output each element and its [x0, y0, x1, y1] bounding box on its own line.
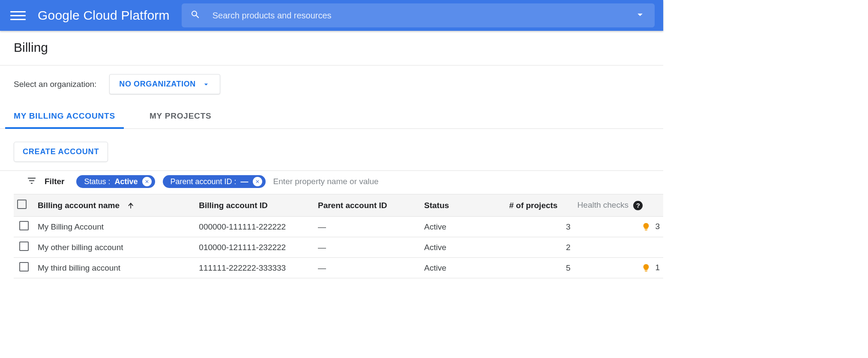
cell-name[interactable]: My other billing account — [34, 237, 195, 258]
chip-key: Status : — [84, 177, 110, 186]
org-label: Select an organization: — [14, 80, 96, 89]
org-selector[interactable]: NO ORGANIZATION — [109, 74, 220, 94]
lightbulb-icon — [641, 263, 651, 273]
org-selected-value: NO ORGANIZATION — [119, 80, 196, 89]
col-status[interactable]: Status — [421, 194, 506, 217]
cell-status: Active — [421, 237, 506, 258]
cell-name[interactable]: My Billing Account — [34, 217, 195, 237]
search-input[interactable] — [213, 11, 622, 21]
chip-remove-icon[interactable] — [253, 177, 262, 186]
filter-input[interactable] — [273, 177, 650, 186]
filter-label: Filter — [45, 177, 64, 186]
lightbulb-icon — [641, 222, 651, 232]
row-checkbox[interactable] — [19, 221, 29, 230]
filter-icon[interactable] — [27, 176, 37, 188]
cell-id: 010000-121111-232222 — [195, 237, 314, 258]
dropdown-icon — [202, 80, 210, 89]
menu-icon[interactable] — [10, 8, 26, 23]
org-row: Select an organization: NO ORGANIZATION — [0, 66, 663, 105]
cell-id: 111111-222222-333333 — [195, 258, 314, 278]
help-icon[interactable]: ? — [633, 201, 643, 210]
col-name[interactable]: Billing account name — [34, 194, 195, 217]
row-checkbox[interactable] — [19, 242, 29, 251]
product-name: Google Cloud Platform — [38, 8, 170, 23]
page-title: Billing — [0, 31, 663, 65]
chip-key: Parent account ID : — [171, 177, 236, 186]
table-row: My third billing account111111-222222-33… — [14, 258, 663, 278]
cell-health: 1 — [574, 258, 663, 278]
table-row: My other billing account010000-121111-23… — [14, 237, 663, 258]
chip-remove-icon[interactable] — [142, 177, 152, 186]
search-icon — [190, 9, 201, 22]
create-account-button[interactable]: CREATE ACCOUNT — [14, 142, 108, 162]
cell-projects: 3 — [506, 217, 574, 237]
cell-status: Active — [421, 217, 506, 237]
chip-value: Active — [114, 177, 138, 186]
cell-health: 3 — [574, 217, 663, 237]
tab-billing-accounts[interactable]: MY BILLING ACCOUNTS — [5, 105, 124, 128]
col-id[interactable]: Billing account ID — [195, 194, 314, 217]
select-all-checkbox[interactable] — [17, 200, 27, 209]
cell-name[interactable]: My third billing account — [34, 258, 195, 278]
cell-parent: — — [314, 258, 421, 278]
billing-accounts-table: Billing account name Billing account ID … — [14, 194, 663, 278]
cell-health — [574, 237, 663, 258]
chevron-down-icon[interactable] — [634, 9, 646, 23]
col-projects[interactable]: # of projects — [506, 194, 574, 217]
row-checkbox[interactable] — [19, 262, 29, 271]
col-parent[interactable]: Parent account ID — [314, 194, 421, 217]
cell-parent: — — [314, 237, 421, 258]
filter-chip-parent-id[interactable]: Parent account ID : — — [163, 175, 266, 188]
cell-status: Active — [421, 258, 506, 278]
col-health[interactable]: Health checks ? — [574, 194, 663, 217]
tab-my-projects[interactable]: MY PROJECTS — [141, 105, 220, 128]
cell-parent: — — [314, 217, 421, 237]
chip-value: — — [241, 177, 248, 186]
cell-projects: 5 — [506, 258, 574, 278]
cell-id: 000000-111111-222222 — [195, 217, 314, 237]
cell-projects: 2 — [506, 237, 574, 258]
table-row: My Billing Account000000-111111-222222—A… — [14, 217, 663, 237]
filter-chip-status[interactable]: Status : Active — [76, 175, 155, 188]
sort-asc-icon — [127, 201, 135, 210]
tabs: MY BILLING ACCOUNTS MY PROJECTS — [0, 105, 663, 129]
filter-bar: Filter Status : Active Parent account ID… — [0, 170, 663, 194]
topbar: Google Cloud Platform — [0, 0, 663, 31]
search-box[interactable] — [182, 3, 655, 27]
